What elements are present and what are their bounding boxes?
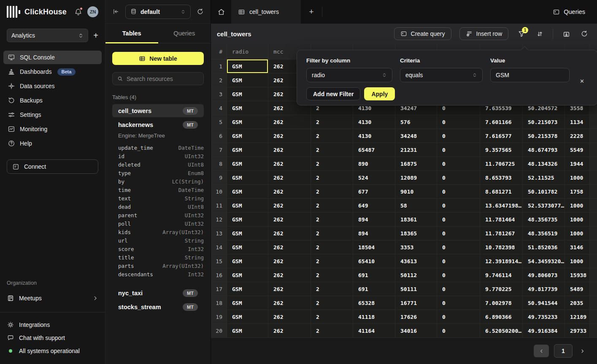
table-cell[interactable]: 18361 <box>395 213 437 226</box>
table-cell[interactable]: GSM <box>227 59 268 73</box>
table-cell[interactable]: GSM <box>227 199 268 213</box>
table-cell[interactable]: 262 <box>268 226 311 240</box>
table-cell[interactable]: 1000 <box>565 171 590 185</box>
table-cell[interactable]: 49.806073 <box>523 268 565 282</box>
table-cell[interactable]: 48.356735 <box>523 213 565 226</box>
add-service-button[interactable]: + <box>93 31 98 40</box>
table-cell[interactable]: 11.781267 <box>480 226 523 240</box>
row-number-cell[interactable]: 14 <box>211 240 227 254</box>
row-number-cell[interactable]: 8 <box>211 157 227 171</box>
table-cell[interactable]: 894 <box>353 213 395 226</box>
table-cell[interactable]: 50.941544 <box>523 296 565 310</box>
table-cell[interactable]: GSM <box>227 324 268 338</box>
table-cell[interactable]: 0 <box>437 199 480 213</box>
row-number-cell[interactable]: 1 <box>211 59 227 73</box>
table-cell[interactable]: GSM <box>227 240 268 254</box>
table-cell[interactable]: 10.782398 <box>480 240 523 254</box>
table-cell[interactable]: 3146 <box>565 240 590 254</box>
table-cell[interactable]: 262 <box>268 282 311 296</box>
workspace-select[interactable]: Analytics <box>7 29 88 42</box>
pagination-prev-button[interactable] <box>534 345 549 357</box>
table-cell[interactable]: 1944 <box>565 157 590 171</box>
table-item-hackernews[interactable]: hackernews MT <box>112 118 204 131</box>
table-cell[interactable]: GSM <box>227 115 268 129</box>
table-cell[interactable]: 2 <box>311 213 353 226</box>
table-cell[interactable]: 34016 <box>395 324 437 338</box>
table-cell[interactable]: GSM <box>227 213 268 226</box>
row-number-cell[interactable]: 10 <box>211 185 227 199</box>
table-cell[interactable]: 16875 <box>395 157 437 171</box>
table-cell[interactable]: 0 <box>437 268 480 282</box>
table-cell[interactable]: 262 <box>268 199 311 213</box>
table-cell[interactable]: GSM <box>227 171 268 185</box>
table-cell[interactable]: 2 <box>311 254 353 268</box>
filter-value-input[interactable] <box>490 68 570 82</box>
sort-button[interactable] <box>535 30 545 38</box>
row-number-cell[interactable]: 2 <box>211 73 227 87</box>
table-cell[interactable]: 3353 <box>395 240 437 254</box>
table-cell[interactable]: 2 <box>311 240 353 254</box>
table-cell[interactable]: GSM <box>227 254 268 268</box>
table-cell[interactable]: 9.357565 <box>480 143 523 157</box>
tab-queries[interactable]: Queries <box>158 24 211 43</box>
table-cell[interactable]: 262 <box>268 213 311 226</box>
table-item-nyc-taxi[interactable]: nyc_taxi MT <box>112 286 204 299</box>
table-cell[interactable]: 262 <box>268 240 311 254</box>
sidebar-item-settings[interactable]: Settings <box>3 108 102 121</box>
table-cell[interactable]: 2 <box>311 268 353 282</box>
table-cell[interactable]: 262 <box>268 115 311 129</box>
table-cell[interactable]: GSM <box>227 157 268 171</box>
row-number-cell[interactable]: 5 <box>211 115 227 129</box>
table-cell[interactable]: 50.215073 <box>523 115 565 129</box>
table-cell[interactable]: 2 <box>311 171 353 185</box>
table-cell[interactable]: 11.781464 <box>480 213 523 226</box>
row-number-cell[interactable]: 19 <box>211 310 227 324</box>
table-cell[interactable]: 0 <box>437 226 480 240</box>
sidebar-item-dashboards[interactable]: Dashboards Beta <box>3 65 102 78</box>
row-number-cell[interactable]: 20 <box>211 324 227 338</box>
table-cell[interactable]: 49.735233 <box>523 310 565 324</box>
table-cell[interactable]: 1000 <box>565 213 590 226</box>
table-cell[interactable]: 65410 <box>353 254 395 268</box>
table-cell[interactable]: GSM <box>227 129 268 143</box>
table-cell[interactable]: GSM <box>227 73 268 87</box>
table-cell[interactable]: 0 <box>437 213 480 226</box>
table-cell[interactable]: 890 <box>353 157 395 171</box>
download-button[interactable] <box>561 30 571 38</box>
sidebar-item-monitoring[interactable]: Monitoring <box>3 122 102 136</box>
sidebar-item-integrations[interactable]: Integrations <box>7 318 98 331</box>
table-cell[interactable]: 691 <box>353 268 395 282</box>
table-cell[interactable]: 8.681271 <box>480 185 523 199</box>
table-cell[interactable]: 15938 <box>565 268 590 282</box>
table-cell[interactable]: 12189 <box>565 310 590 324</box>
table-cell[interactable]: 894 <box>353 226 395 240</box>
table-cell[interactable]: 50.215378 <box>523 129 565 143</box>
table-cell[interactable]: 0 <box>437 296 480 310</box>
create-query-button[interactable]: Create query <box>394 27 451 40</box>
table-cell[interactable]: 2 <box>311 310 353 324</box>
filter-column-select[interactable]: radio <box>306 68 392 82</box>
table-cell[interactable]: 6.890366 <box>480 310 523 324</box>
tab-cell-towers[interactable]: cell_towers <box>231 0 301 24</box>
table-cell[interactable]: 52.5373077… <box>523 199 565 213</box>
tab-tables[interactable]: Tables <box>105 24 158 43</box>
table-cell[interactable]: 0 <box>437 282 480 296</box>
table-cell[interactable]: 2 <box>311 296 353 310</box>
table-cell[interactable]: 41164 <box>353 324 395 338</box>
table-cell[interactable]: 1134 <box>565 115 590 129</box>
table-cell[interactable]: 51.852036 <box>523 240 565 254</box>
table-cell[interactable]: 48.134326 <box>523 157 565 171</box>
table-cell[interactable]: 48.674793 <box>523 143 565 157</box>
row-number-cell[interactable]: 15 <box>211 254 227 268</box>
table-cell[interactable]: 6.52050200… <box>480 324 523 338</box>
row-number-cell[interactable]: 11 <box>211 199 227 213</box>
sidebar-item-sql-console[interactable]: SQL Console <box>3 51 102 64</box>
table-cell[interactable]: 49.916384 <box>523 324 565 338</box>
table-cell[interactable]: 677 <box>353 185 395 199</box>
table-cell[interactable]: 1000 <box>565 199 590 213</box>
sidebar-item-system-status[interactable]: All systems operational <box>7 345 98 357</box>
table-cell[interactable]: 4130 <box>353 129 395 143</box>
table-cell[interactable]: 9.746114 <box>480 268 523 282</box>
collapse-panel-icon[interactable] <box>112 8 119 15</box>
table-cell[interactable]: 0 <box>437 240 480 254</box>
